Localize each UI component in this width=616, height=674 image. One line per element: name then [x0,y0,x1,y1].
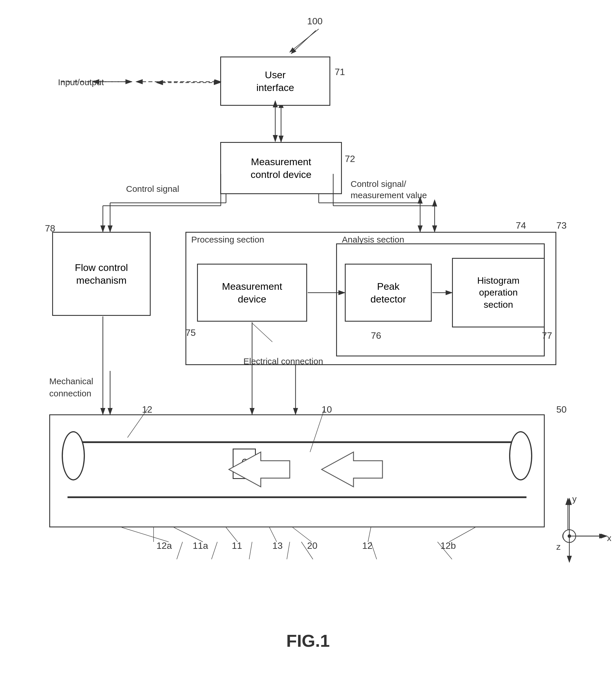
mechanical-connection-label: Mechanical connection [49,375,93,400]
svg-line-57 [368,527,371,542]
svg-line-54 [226,527,238,542]
user-interface-label: User interface [256,69,294,94]
flow-control-box: Flow control mechanism [52,232,151,316]
measurement-device-box: Measurement device [197,264,307,322]
peak-detector-label: Peak detector [371,280,406,306]
svg-line-26 [287,542,290,559]
coord-y-label: y [572,494,577,504]
peak-detector-box: Peak detector [345,264,432,322]
ref-13: 13 [272,540,283,551]
ref-10: 10 [322,404,332,415]
ref-12-bottom: 12 [362,540,373,551]
control-signal-right-label: Control signal/ measurement value [351,178,427,201]
svg-line-24 [212,542,217,559]
ref-71: 71 [335,67,345,77]
svg-line-56 [293,527,312,542]
svg-line-55 [269,527,277,542]
svg-point-20 [563,531,573,541]
histogram-box: Histogram operation section [452,258,545,327]
flow-control-label: Flow control mechanism [75,261,128,287]
ref-50: 50 [556,404,567,415]
svg-point-62 [568,534,571,538]
svg-line-53 [174,527,203,542]
user-interface-box: User interface [220,57,330,106]
svg-line-3 [290,29,319,52]
coord-z-label: z [556,542,561,552]
svg-line-52 [122,527,169,542]
ref-12b: 12b [441,540,456,551]
ref-12a: 12a [156,540,172,551]
svg-line-23 [177,542,182,559]
measurement-control-label: Measurement control device [251,155,312,181]
figure-title: FIG.1 [286,631,330,651]
analysis-section-label: Analysis section [342,235,404,245]
ref-20: 20 [307,540,318,551]
measurement-device-label: Measurement device [222,280,282,306]
measurement-control-box: Measurement control device [220,142,342,194]
svg-line-58 [449,527,475,542]
ref-11: 11 [232,540,242,551]
svg-point-21 [567,535,569,538]
input-output-label: Input/output [58,77,104,87]
svg-line-33 [291,30,316,53]
ref-72: 72 [345,153,355,164]
conveyor-box [49,414,545,527]
ref-11a: 11a [193,540,208,551]
ref-100: 100 [307,16,323,27]
ref-76: 76 [371,330,381,341]
control-signal-left-label: Control signal [126,184,179,194]
histogram-label: Histogram operation section [477,275,519,311]
svg-point-61 [563,530,576,543]
ref-74: 74 [516,220,526,231]
ref-78: 78 [45,223,55,234]
diagram-container: 100 User interface 71 Input/output Measu… [0,0,616,674]
ref-75: 75 [186,327,196,338]
ref-73: 73 [556,220,567,231]
processing-section-label: Processing section [191,235,264,245]
ref-77: 77 [542,330,552,341]
coord-x-label: x [607,533,611,543]
ref-12-top: 12 [142,404,152,415]
electrical-connection-label: Electrical connection [243,356,323,366]
svg-line-25 [249,542,252,559]
